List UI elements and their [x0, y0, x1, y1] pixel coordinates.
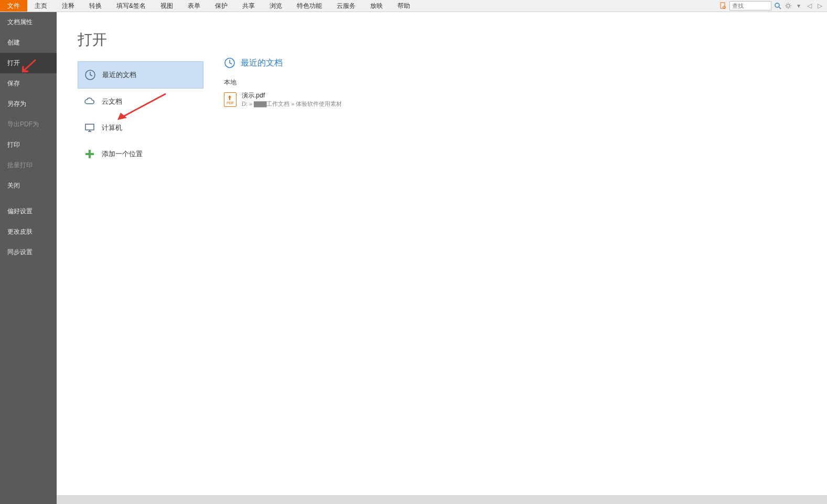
ribbon-tab-protect[interactable]: 保护 [208, 0, 235, 12]
clock-icon [224, 57, 235, 69]
chevron-down-icon[interactable]: ▾ [794, 2, 803, 10]
nav-prev-icon[interactable]: ◁ [805, 2, 813, 10]
search-page-icon[interactable] [719, 2, 727, 10]
content-header: 最近的文档 [224, 57, 827, 69]
svg-point-2 [775, 3, 779, 7]
ribbon-tab-features[interactable]: 特色功能 [289, 0, 329, 12]
sidebar-item-batchprint[interactable]: 批量打印 [0, 155, 57, 176]
ribbon-tab-form[interactable]: 表单 [180, 0, 208, 12]
page-title: 打开 [78, 30, 205, 50]
sidebar-item-print[interactable]: 打印 [0, 135, 57, 155]
section-label-local: 本地 [224, 78, 827, 87]
nav-next-icon[interactable]: ▷ [815, 2, 824, 10]
pdf-file-icon: PDF [224, 92, 237, 107]
ribbon-tab-cloud[interactable]: 云服务 [329, 0, 363, 12]
sidebar-item-prefs[interactable]: 偏好设置 [0, 201, 57, 222]
ribbon-tab-home[interactable]: 主页 [27, 0, 55, 12]
source-label: 计算机 [102, 123, 122, 133]
ribbon-tab-help[interactable]: 帮助 [390, 0, 417, 12]
source-label: 最近的文档 [102, 70, 136, 80]
sidebar-item-save[interactable]: 保存 [0, 73, 57, 94]
sidebar-item-create[interactable]: 创建 [0, 32, 57, 53]
gear-icon[interactable] [784, 2, 792, 10]
sidebar-item-export[interactable]: 导出PDF为 [0, 114, 57, 135]
svg-rect-0 [721, 3, 725, 8]
source-label: 云文档 [102, 97, 122, 106]
cloud-icon [84, 96, 95, 107]
ribbon-tab-view[interactable]: 视图 [153, 0, 180, 12]
content-header-text: 最近的文档 [241, 58, 283, 69]
search-icon[interactable] [774, 2, 782, 10]
open-sources-panel: 打开 最近的文档 云文档 计算机 添加一个位置 [57, 12, 205, 495]
ribbon-tab-browse[interactable]: 浏览 [262, 0, 289, 12]
source-add-location[interactable]: 添加一个位置 [78, 141, 203, 167]
svg-point-4 [787, 4, 790, 7]
recent-file-path: D: » ▇▇▇工作文档 » 体验软件使用素材 [242, 100, 342, 108]
sidebar-item-props[interactable]: 文档属性 [0, 12, 57, 32]
search-input[interactable] [729, 1, 771, 10]
sidebar-item-saveas[interactable]: 另存为 [0, 94, 57, 114]
sidebar-item-close[interactable]: 关闭 [0, 176, 57, 196]
source-computer[interactable]: 计算机 [78, 115, 203, 141]
source-cloud[interactable]: 云文档 [78, 89, 203, 115]
ribbon-tab-file[interactable]: 文件 [0, 0, 27, 12]
ribbon-bar: 文件 主页 注释 转换 填写&签名 视图 表单 保护 共享 浏览 特色功能 云服… [0, 0, 827, 12]
recent-content: 最近的文档 本地 PDF 演示.pdf D: » ▇▇▇工作文档 » 体验软件使… [205, 12, 827, 495]
file-sidebar: 文档属性 创建 打开 保存 另存为 导出PDF为 打印 批量打印 关闭 偏好设置… [0, 12, 57, 504]
sidebar-item-open[interactable]: 打开 [0, 53, 57, 73]
clock-icon [84, 69, 96, 81]
sidebar-item-skin[interactable]: 更改皮肤 [0, 222, 57, 242]
source-recent[interactable]: 最近的文档 [78, 61, 203, 89]
ribbon-tab-fillsign[interactable]: 填写&签名 [109, 0, 153, 12]
svg-rect-6 [85, 124, 94, 130]
ribbon-tab-share[interactable]: 共享 [235, 0, 262, 12]
recent-file-item[interactable]: PDF 演示.pdf D: » ▇▇▇工作文档 » 体验软件使用素材 [224, 90, 827, 109]
ribbon-tab-annotate[interactable]: 注释 [55, 0, 82, 12]
status-bar [57, 495, 827, 504]
svg-line-3 [779, 7, 781, 9]
ribbon-tab-present[interactable]: 放映 [363, 0, 390, 12]
recent-file-name: 演示.pdf [242, 91, 342, 100]
computer-icon [84, 122, 95, 134]
sidebar-item-sync[interactable]: 同步设置 [0, 242, 57, 262]
source-label: 添加一个位置 [102, 149, 143, 159]
ribbon-tab-convert[interactable]: 转换 [82, 0, 109, 12]
plus-icon [84, 148, 95, 160]
